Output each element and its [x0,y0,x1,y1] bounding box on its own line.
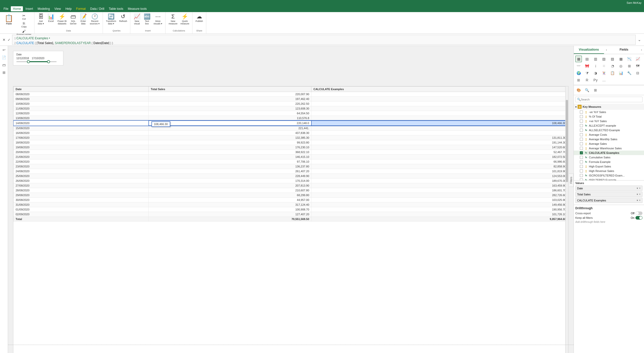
sql-button[interactable]: 🗃 SQLServer [69,13,78,26]
field-checkbox[interactable] [580,142,583,145]
menu-data-drill[interactable]: Data / Drill [88,6,106,11]
field-item[interactable]: ∑Average Monthly Sales [574,137,644,142]
chip-dropdown-button[interactable]: ▾ [636,199,638,202]
viz-analytics-icon[interactable]: 🔍 [584,87,590,93]
more-visuals-button[interactable]: ⋯ Morevisuals ▾ [152,13,163,26]
field-checkbox[interactable] [580,124,583,127]
model-view-icon[interactable]: ⊞ [1,69,7,76]
field-item[interactable]: fxCumulative Sales [574,155,644,160]
enter-data-button[interactable]: 📝 Enterdata [79,13,88,26]
field-checkbox[interactable] [580,147,583,150]
menu-file[interactable]: File [2,6,10,11]
get-data-button[interactable]: 🗄 Getdata ▾ [36,13,46,26]
field-item[interactable]: ✓fxCALCULATE Examples [574,151,644,155]
field-checkbox[interactable] [580,179,583,180]
data-view-icon[interactable]: 🗃 [1,62,7,68]
field-checkbox[interactable] [580,115,583,118]
viz-slicer[interactable]: 🔧 [626,70,633,76]
expand-formula-button[interactable]: ⌄ [637,37,642,43]
visualizations-expand-icon[interactable]: › [604,46,609,54]
excel-button[interactable]: 📊 Excel [47,13,56,23]
viz-scatter[interactable]: ⁙ [601,63,607,69]
chip-remove-button[interactable]: × [639,193,641,196]
viz-stacked-column[interactable]: ▧ [601,56,607,62]
viz-gauge[interactable]: ◑ [592,70,599,76]
search-input[interactable] [581,98,641,101]
field-checkbox[interactable] [580,165,583,168]
new-visual-button[interactable]: 📈 Newvisual [132,13,141,26]
power-bi-button[interactable]: ⚡ Power BIdatasets [57,13,68,26]
text-box-button[interactable]: 🔤 Textbox [142,13,151,26]
slider-thumb-left[interactable] [27,60,30,63]
field-item[interactable]: ∑Average Warehouse Sales [574,146,644,151]
viz-format-icon[interactable]: 🎨 [575,87,582,93]
new-measure-button[interactable]: Σ Newmeasure [168,13,178,26]
cross-report-toggle[interactable]: Off [631,211,642,215]
confirm-formula-icon[interactable]: ✓ [7,37,11,42]
viz-fields-icon[interactable]: ⊞ [592,87,599,93]
viz-more[interactable]: … [601,77,607,83]
scrollbar-thumb[interactable] [566,100,568,182]
recent-sources-button[interactable]: 🕐 Recentsources ▾ [89,13,101,26]
chip-remove-button[interactable]: × [639,199,641,202]
viz-filled-map[interactable]: 🌍 [575,70,582,76]
viz-ribbon[interactable]: 🎀 [584,63,590,69]
quick-measure-button[interactable]: ⚡ Quickmeasure [179,13,190,26]
cross-report-track[interactable] [635,211,642,215]
viz-card[interactable]: 🃏 [601,70,607,76]
tab-fields[interactable]: Fields [609,46,639,54]
publish-button[interactable]: ☁ Publish [194,13,204,23]
keep-filters-toggle[interactable]: On [631,216,642,220]
menu-format[interactable]: Format [74,6,88,11]
field-item[interactable]: ∑+ve YoY Sales [574,119,644,123]
viz-clustered-column[interactable]: ▨ [609,56,616,62]
viz-treemap[interactable]: ⊞ [626,63,633,69]
viz-clustered-bar[interactable]: ▤ [584,56,590,62]
field-item[interactable]: ∑Average Costs [574,132,644,137]
field-checkbox[interactable] [580,138,583,141]
viz-waterfall[interactable]: ⫶ [592,63,599,69]
menu-modeling[interactable]: Modeling [35,6,52,11]
viz-line[interactable]: 📉 [626,56,633,62]
menu-measure-tools[interactable]: Measure tools [126,6,149,11]
viz-100-stacked-column[interactable]: ▩ [618,56,624,62]
paste-button[interactable]: 📋 Paste [3,13,15,26]
menu-insert[interactable]: Insert [23,6,35,11]
field-checkbox[interactable] [580,169,583,172]
field-item[interactable]: fxISFILTERED Example [574,178,644,180]
cut-button[interactable]: ✂ Cut [16,13,32,21]
table-scroll[interactable]: Date Total Sales CALCULATE Examples 08/0… [13,86,568,222]
viz-100-stacked-bar[interactable]: ▥ [592,56,599,62]
field-checkbox[interactable] [580,129,583,132]
keep-filters-track[interactable] [635,216,642,220]
slider-thumb-right[interactable] [47,60,50,63]
viz-matrix[interactable]: ⊞ [575,77,582,83]
menu-home[interactable]: Home [11,6,23,11]
viz-line-clustered[interactable]: 〰 [575,63,582,69]
tab-visualizations[interactable]: Visualizations [574,46,604,54]
copy-button[interactable]: ⎘ Copy [16,21,32,28]
viz-funnel[interactable]: ⧩ [584,70,590,76]
field-checkbox[interactable] [580,111,583,114]
filters-tab[interactable]: Filters [569,173,574,187]
viz-donut[interactable]: ◎ [618,63,624,69]
chip-dropdown-button[interactable]: ▾ [636,187,638,190]
field-checkbox[interactable] [580,160,583,163]
viz-python[interactable]: Py [592,77,599,83]
field-checkbox[interactable]: ✓ [580,151,583,154]
viz-stacked-bar[interactable]: ▦ [575,56,582,62]
field-item[interactable]: ∑% Of Total [574,114,644,119]
field-item[interactable]: fxFormula Example [574,160,644,164]
report-view-icon[interactable]: 📄 [1,54,7,60]
field-checkbox[interactable] [580,133,583,136]
menu-help[interactable]: Help [63,6,74,11]
field-checkbox[interactable] [580,156,583,159]
date-slider-track[interactable] [16,61,57,62]
undo-icon[interactable]: ↩ [1,47,7,53]
field-item[interactable]: ∑-ve YoY Sales [574,110,644,114]
field-item[interactable]: fxISCROSSFILTERED Exam... [574,173,644,178]
chip-dropdown-button[interactable]: ▾ [636,193,638,196]
viz-table[interactable]: ⊟ [634,70,641,76]
key-measures-header[interactable]: ▾ ⊞ Key Measures [574,104,644,110]
menu-table-tools[interactable]: Table tools [107,6,125,11]
